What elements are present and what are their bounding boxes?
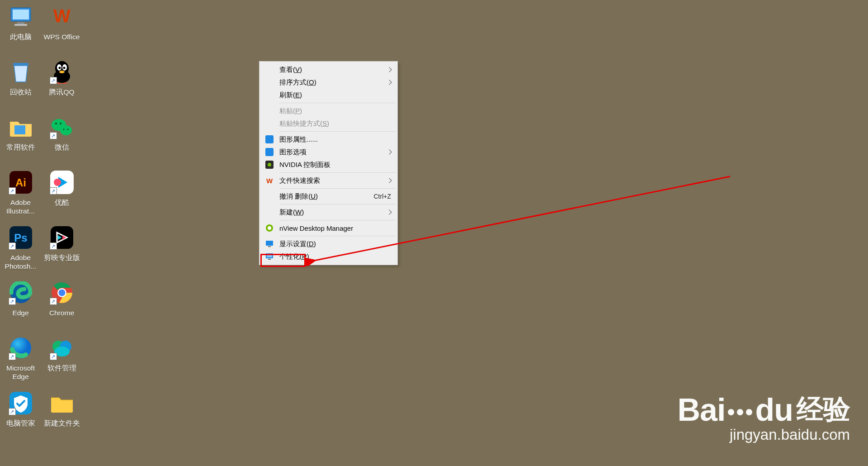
watermark-brand-bai: Bai: [678, 392, 726, 428]
svg-point-11: [63, 67, 65, 69]
menu-item-label: 个性化(R): [279, 252, 309, 261]
ps-icon: Ps↗: [8, 224, 34, 251]
svg-text:W: W: [266, 177, 273, 185]
desktop-icon-label: Chrome: [49, 309, 74, 317]
svg-text:Ai: Ai: [15, 176, 26, 189]
menu-item-4: 粘贴(P): [260, 105, 396, 117]
menu-item-label: 粘贴(P): [279, 107, 302, 115]
swmgr-icon: ↗: [49, 335, 75, 361]
common-icon: [8, 114, 34, 140]
desktop-icon-label: 电脑管家: [6, 419, 35, 428]
svg-rect-13: [14, 125, 25, 134]
desktop-icon-label: Edge: [12, 309, 28, 317]
svg-point-15: [60, 125, 72, 135]
wechat-icon: ↗: [49, 114, 75, 140]
menu-item-9[interactable]: NVIDIA 控制面板: [260, 158, 396, 171]
desktop-icon-youku[interactable]: ↗优酷: [41, 166, 82, 221]
menu-item-icon: [265, 223, 274, 233]
desktop-icon-label: WPS Office: [44, 33, 80, 41]
desktop-icon-label: 此电脑: [10, 33, 32, 41]
desktop-icon-wps[interactable]: WWPS Office: [41, 0, 82, 55]
menu-item-icon: [265, 65, 274, 74]
shortcut-arrow-icon: ↗: [50, 187, 57, 195]
svg-point-18: [63, 128, 65, 130]
pcmgr-icon: ↗: [8, 390, 34, 416]
menu-item-icon: [265, 160, 274, 169]
desktop-icon-grid: 此电脑WWPS Office回收站↗腾讯QQ常用软件↗微信Ai↗Adobe Il…: [0, 0, 90, 442]
shortcut-arrow-icon: ↗: [50, 132, 57, 139]
menu-item-5: 粘贴快捷方式(S): [260, 117, 396, 130]
menu-item-0[interactable]: 查看(V): [260, 63, 396, 76]
ai-icon: Ai↗: [8, 169, 34, 195]
svg-text:W: W: [53, 6, 71, 26]
menu-item-1[interactable]: 排序方式(O): [260, 76, 396, 89]
desktop-icon-wechat[interactable]: ↗微信: [41, 110, 82, 166]
desktop-icon-ai[interactable]: Ai↗Adobe Illustrat...: [0, 166, 41, 221]
desktop-icon-edge[interactable]: ↗Edge: [0, 276, 41, 331]
svg-rect-1: [13, 10, 29, 19]
svg-rect-5: [13, 63, 28, 66]
paw-icon: [728, 409, 752, 415]
shortcut-arrow-icon: ↗: [9, 243, 16, 250]
menu-item-19[interactable]: 显示设置(D): [260, 238, 396, 250]
menu-item-label: 撤消 删除(U): [279, 192, 318, 201]
menu-item-label: 刷新(E): [279, 91, 302, 100]
edge-icon: ↗: [8, 280, 34, 306]
desktop-icon-label: 优酷: [55, 198, 69, 207]
desktop-icon-jianying[interactable]: ↗剪映专业版: [41, 221, 82, 276]
svg-text:Ps: Ps: [14, 232, 27, 244]
menu-item-15[interactable]: 新建(W): [260, 206, 396, 219]
menu-item-icon: [265, 106, 274, 115]
menu-item-label: 新建(W): [279, 208, 304, 217]
menu-separator: [279, 204, 396, 204]
svg-point-39: [268, 163, 271, 166]
menu-separator: [279, 103, 396, 103]
menu-item-icon: [265, 252, 274, 261]
menu-item-17[interactable]: nView Desktop Manager: [260, 222, 396, 234]
desktop-icon-swmgr[interactable]: ↗软件管理: [41, 331, 82, 386]
shortcut-arrow-icon: ↗: [50, 243, 57, 250]
svg-rect-2: [17, 22, 24, 24]
menu-item-13[interactable]: 撤消 删除(U)Ctrl+Z: [260, 190, 396, 203]
desktop-icon-recycle[interactable]: 回收站: [0, 55, 41, 110]
watermark-brand-du: du: [755, 392, 793, 428]
menu-item-icon: [265, 208, 274, 217]
menu-item-2[interactable]: 刷新(E): [260, 89, 396, 101]
chrome-icon: ↗: [49, 280, 75, 306]
svg-point-23: [54, 179, 61, 186]
chevron-right-icon: [387, 80, 392, 85]
desktop-icon-label: 新建文件夹: [44, 419, 80, 428]
desktop-icon-this-pc[interactable]: 此电脑: [0, 0, 41, 55]
desktop-context-menu[interactable]: 查看(V)排序方式(O)刷新(E)粘贴(P)粘贴快捷方式(S)图形属性.....…: [259, 61, 398, 265]
wps-icon: W: [49, 4, 75, 30]
this-pc-icon: [8, 4, 34, 30]
svg-point-30: [58, 290, 65, 296]
desktop-icon-label: 常用软件: [6, 143, 35, 152]
desktop-icon-ps[interactable]: Ps↗Adobe Photosh...: [0, 221, 41, 276]
menu-item-icon: [265, 90, 274, 100]
menu-item-label: 文件快速搜索: [279, 176, 320, 185]
svg-rect-37: [265, 148, 274, 156]
desktop-icon-qq[interactable]: ↗腾讯QQ: [41, 55, 82, 110]
desktop-icon-chrome[interactable]: ↗Chrome: [41, 276, 82, 331]
svg-point-10: [58, 67, 61, 69]
menu-item-icon: [265, 147, 274, 157]
menu-item-icon: [265, 192, 274, 201]
watermark-url: jingyan.baidu.com: [678, 426, 850, 443]
desktop-icon-label: Microsoft Edge: [1, 364, 40, 381]
svg-rect-46: [267, 254, 272, 257]
desktop-icon-msedge[interactable]: ↗Microsoft Edge: [0, 331, 41, 386]
desktop-icon-pcmgr[interactable]: ↗电脑管家: [0, 386, 41, 442]
menu-item-8[interactable]: 图形选项: [260, 146, 396, 158]
menu-separator: [279, 172, 396, 173]
menu-separator: [279, 131, 396, 132]
desktop-icon-newfolder[interactable]: 新建文件夹: [41, 386, 82, 442]
watermark: Bai du 经验 jingyan.baidu.com: [678, 391, 850, 443]
shortcut-arrow-icon: ↗: [9, 408, 16, 415]
desktop-icon-common[interactable]: 常用软件: [0, 110, 41, 166]
menu-item-7[interactable]: 图形属性......: [260, 133, 396, 146]
menu-item-20[interactable]: 个性化(R): [260, 250, 396, 263]
menu-item-11[interactable]: W文件快速搜索: [260, 174, 396, 187]
menu-item-label: 查看(V): [279, 66, 302, 74]
menu-item-label: 粘贴快捷方式(S): [279, 119, 329, 128]
